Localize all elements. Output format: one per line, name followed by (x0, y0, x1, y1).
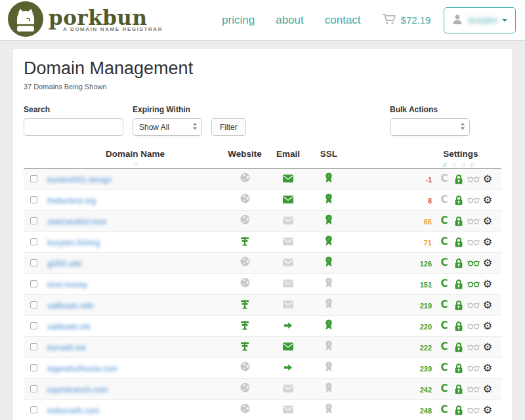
email-status-icon[interactable] (283, 301, 293, 308)
website-status-icon[interactable] (240, 299, 249, 309)
nav-contact[interactable]: contact (325, 14, 361, 27)
domain-link[interactable]: lorborseth.com (47, 406, 99, 415)
gear-icon[interactable]: ⚙ (480, 216, 495, 226)
row-checkbox[interactable] (30, 217, 37, 224)
website-status-icon[interactable] (240, 320, 249, 330)
user-menu-button[interactable]: busyten (444, 7, 516, 33)
email-status-icon[interactable] (283, 238, 293, 245)
gear-icon[interactable]: ⚙ (480, 363, 495, 373)
bulk-actions-select[interactable] (390, 118, 470, 136)
website-status-icon[interactable] (240, 362, 250, 371)
domain-link[interactable]: owenandlori.love (47, 217, 106, 226)
lock-icon[interactable] (452, 195, 466, 205)
website-status-icon[interactable] (240, 257, 250, 266)
lock-icon[interactable] (452, 321, 466, 331)
renew-icon[interactable]: C (437, 279, 452, 289)
whois-privacy-icon[interactable] (466, 302, 480, 308)
renew-icon[interactable]: C (437, 216, 452, 226)
ssl-status-icon[interactable] (325, 173, 333, 183)
ssl-status-icon[interactable] (325, 362, 333, 372)
domain-link[interactable]: buntest001.design (47, 175, 112, 184)
email-status-icon[interactable] (283, 406, 293, 413)
ssl-status-icon[interactable] (325, 404, 333, 414)
cart-link[interactable]: $72.19 (382, 13, 431, 28)
renew-icon[interactable]: C (437, 174, 452, 184)
domain-link[interactable]: legendsofnuvia.com (47, 364, 117, 373)
renew-icon[interactable]: C (437, 258, 452, 268)
website-status-icon[interactable] (240, 383, 250, 392)
sort-renew-icon[interactable]: ↓↑ (452, 161, 455, 168)
renew-icon[interactable]: C (437, 237, 452, 247)
renew-icon[interactable]: C (437, 300, 452, 310)
row-checkbox[interactable] (30, 406, 37, 413)
ssl-status-icon[interactable] (325, 257, 333, 267)
whois-privacy-icon[interactable] (466, 281, 480, 287)
email-status-icon[interactable] (283, 385, 293, 392)
row-checkbox[interactable] (30, 385, 37, 392)
email-status-icon[interactable] (283, 175, 293, 182)
sort-lock-icon[interactable]: ↓↑ (461, 161, 465, 168)
row-checkbox[interactable] (30, 280, 37, 287)
gear-icon[interactable]: ⚙ (480, 258, 495, 268)
website-status-icon[interactable] (240, 194, 250, 203)
domain-link[interactable]: busyten.fishing (47, 238, 100, 247)
domain-link[interactable]: sailboats.wiki (47, 301, 94, 310)
ssl-status-icon[interactable] (325, 383, 333, 393)
renew-icon[interactable]: C (437, 342, 452, 352)
website-status-icon[interactable] (240, 404, 250, 413)
expiring-within-select[interactable]: Show All (133, 118, 202, 136)
domain-link[interactable]: theburtest.org (47, 196, 96, 205)
website-status-icon[interactable] (240, 341, 249, 351)
gear-icon[interactable]: ⚙ (480, 237, 495, 247)
sort-domain-icon[interactable]: ↓↑ (133, 160, 137, 167)
row-checkbox[interactable] (30, 175, 37, 182)
website-status-icon[interactable] (240, 215, 250, 224)
whois-privacy-icon[interactable] (466, 176, 480, 182)
row-checkbox[interactable] (30, 364, 37, 371)
row-checkbox[interactable] (30, 301, 37, 308)
lock-icon[interactable] (452, 237, 466, 247)
renew-icon[interactable]: C (437, 195, 452, 205)
lock-icon[interactable] (452, 258, 466, 268)
sort-whois-icon[interactable]: ↓↑ (470, 161, 474, 168)
email-status-icon[interactable] (283, 280, 293, 287)
ssl-status-icon[interactable] (325, 278, 333, 288)
gear-icon[interactable]: ⚙ (480, 300, 495, 310)
website-status-icon[interactable] (240, 236, 249, 246)
whois-privacy-icon[interactable] (466, 239, 480, 245)
ssl-status-icon[interactable] (325, 299, 333, 309)
domain-link[interactable]: borseth.ink (47, 343, 86, 352)
domain-link[interactable]: sailboats.ink (47, 322, 91, 331)
domain-link[interactable]: kind.money (47, 280, 87, 289)
row-checkbox[interactable] (30, 343, 37, 350)
whois-privacy-icon[interactable] (466, 260, 480, 266)
porkbun-logo[interactable]: porkbun A DOMAIN NAME REGISTRAR (8, 1, 163, 39)
domain-link[interactable]: equineranch.com (47, 385, 108, 394)
gear-icon[interactable]: ⚙ (480, 405, 495, 415)
ssl-status-icon[interactable] (325, 236, 333, 246)
sort-expiry-icon[interactable]: ↓↑ (442, 161, 446, 168)
lock-icon[interactable] (452, 405, 466, 415)
whois-privacy-icon[interactable] (466, 407, 480, 413)
whois-privacy-icon[interactable] (466, 344, 480, 350)
email-status-icon[interactable] (284, 364, 293, 371)
whois-privacy-icon[interactable] (466, 323, 480, 329)
lock-icon[interactable] (452, 216, 466, 226)
row-checkbox[interactable] (30, 196, 37, 203)
whois-privacy-icon[interactable] (466, 197, 480, 203)
website-status-icon[interactable] (240, 173, 250, 182)
website-status-icon[interactable] (240, 278, 250, 287)
ssl-status-icon[interactable] (325, 341, 333, 351)
search-input[interactable] (24, 118, 123, 136)
whois-privacy-icon[interactable] (466, 386, 480, 392)
email-status-icon[interactable] (283, 259, 293, 266)
gear-icon[interactable]: ⚙ (480, 384, 495, 394)
row-checkbox[interactable] (30, 238, 37, 245)
lock-icon[interactable] (452, 342, 466, 352)
renew-icon[interactable]: C (437, 405, 452, 415)
gear-icon[interactable]: ⚙ (480, 321, 495, 331)
lock-icon[interactable] (452, 384, 466, 394)
lock-icon[interactable] (452, 363, 466, 373)
renew-icon[interactable]: C (437, 384, 452, 394)
row-checkbox[interactable] (30, 259, 37, 266)
